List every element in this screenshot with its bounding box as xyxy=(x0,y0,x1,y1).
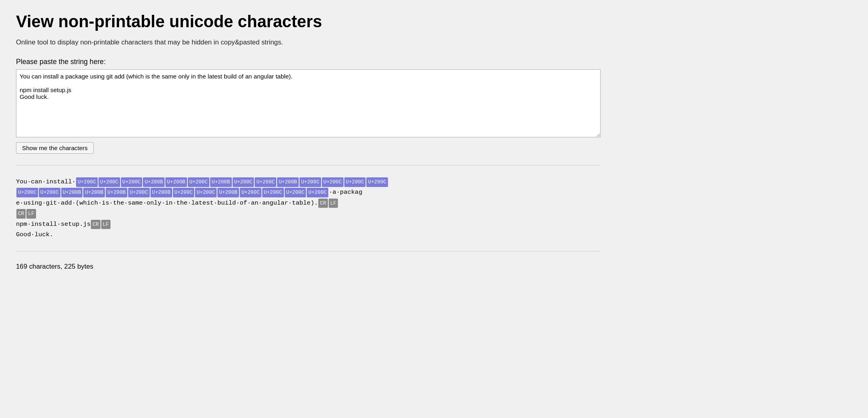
unicode-badge: U+200C xyxy=(240,188,261,197)
unicode-badge: U+200C xyxy=(39,188,60,197)
unicode-badge: U+200B xyxy=(151,188,172,197)
unicode-badge: U+200C xyxy=(188,177,209,187)
unicode-badge: U+200C xyxy=(255,177,276,187)
unicode-badge: U+200C xyxy=(76,177,98,187)
output-line-3: e·using·git·add·(which·is·the·same·only·… xyxy=(16,198,601,208)
unicode-badge: U+200B xyxy=(106,188,127,197)
unicode-badge: U+200C xyxy=(121,177,143,187)
output-line-1: You·can·install·U+200CU+200CU+200CU+200B… xyxy=(16,177,601,187)
unicode-badge: U+200B xyxy=(210,177,232,187)
unicode-badge: U+200C xyxy=(344,177,366,187)
output-line-5: npm·install·setup.jsCRLF xyxy=(16,219,601,229)
unicode-badge: U+200C xyxy=(307,188,328,197)
text-chunk: npm·install·setup.js xyxy=(16,221,90,228)
lf-badge: LF xyxy=(101,220,111,229)
unicode-badge: U+200C xyxy=(366,177,388,187)
unicode-badge: U+200B xyxy=(217,188,239,197)
unicode-badge: U+200B xyxy=(83,188,105,197)
text-chunk: e·using·git·add·(which·is·the·same·only·… xyxy=(16,199,318,207)
divider-top xyxy=(16,165,601,165)
unicode-badge: U+200C xyxy=(322,177,344,187)
unicode-badge: U+200C xyxy=(262,188,284,197)
unicode-badge: U+200C xyxy=(173,188,195,197)
divider-bottom xyxy=(16,251,601,251)
output-area: You·can·install·U+200CU+200CU+200CU+200B… xyxy=(16,177,601,240)
unicode-badge: U+200B xyxy=(277,177,299,187)
output-line-6: Good·luck. xyxy=(16,229,601,240)
unicode-badge: U+200B xyxy=(165,177,187,187)
unicode-badge: U+200C xyxy=(128,188,150,197)
unicode-badge: U+200B xyxy=(143,177,165,187)
text-chunk: ·a·packag xyxy=(329,189,362,196)
unicode-badge: U+200C xyxy=(299,177,321,187)
output-line-2: U+200CU+200CU+200BU+200BU+200BU+200CU+20… xyxy=(16,187,601,197)
show-characters-button[interactable]: Show me the characters xyxy=(16,142,94,154)
input-label: Please paste the string here: xyxy=(16,58,852,66)
output-line-4: CRLF xyxy=(16,208,601,219)
subtitle: Online tool to display non-printable cha… xyxy=(16,38,852,46)
text-chunk: You·can·install· xyxy=(16,178,76,185)
unicode-badge: U+200C xyxy=(98,177,120,187)
cr-badge: CR xyxy=(91,220,100,229)
unicode-badge: U+200C xyxy=(233,177,254,187)
text-chunk: Good·luck. xyxy=(16,231,53,238)
unicode-badge: U+200C xyxy=(16,188,38,197)
string-input[interactable] xyxy=(16,69,601,137)
page-title: View non-printable unicode characters xyxy=(16,12,852,31)
stats-text: 169 characters, 225 bytes xyxy=(16,263,852,271)
cr-badge: CR xyxy=(16,209,26,219)
unicode-badge: U+200C xyxy=(285,188,306,197)
unicode-badge: U+200B xyxy=(61,188,83,197)
unicode-badge: U+200C xyxy=(195,188,217,197)
lf-badge: LF xyxy=(26,209,36,219)
lf-badge: LF xyxy=(329,199,338,208)
cr-badge: CR xyxy=(318,199,328,208)
